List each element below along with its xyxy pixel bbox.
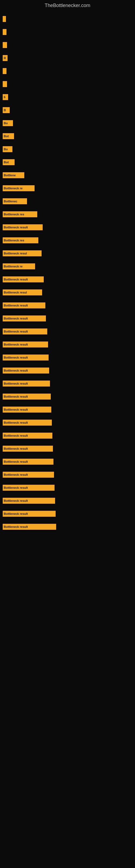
bar-item-8: Bo (3, 120, 13, 126)
bar-label-23: Bottleneck result (4, 317, 28, 320)
bar-row: Bottleneck result (3, 484, 132, 492)
bar-item-13: Bottleneck re (3, 185, 35, 191)
bar-item-33: Bottleneck result (3, 446, 53, 452)
bar-label-13: Bottleneck re (4, 187, 23, 190)
bar-item-5 (3, 81, 7, 87)
bar-label-9: Bot (4, 134, 9, 138)
bar-item-28: Bottleneck result (3, 380, 50, 386)
bar-label-33: Bottleneck result (4, 447, 28, 450)
bar-row: Bottleneck result (3, 315, 132, 322)
bar-label-10: Bo (4, 148, 8, 151)
bar-row (3, 15, 132, 23)
bar-item-34: Bottleneck result (3, 459, 53, 465)
bar-label-12: Bottlene (4, 174, 16, 177)
bar-row: Bottleneck result (3, 510, 132, 518)
bar-row (3, 28, 132, 36)
bar-item-25: Bottleneck result (3, 341, 48, 347)
bar-item-27: Bottleneck result (3, 368, 49, 373)
bar-item-18: Bottleneck resul (3, 250, 42, 256)
bar-item-4 (3, 68, 6, 74)
bar-row: Bo (3, 145, 132, 153)
bar-row: R (3, 54, 132, 62)
bar-item-39: Bottleneck result (3, 524, 56, 530)
bar-item-22: Bottleneck result (3, 303, 45, 308)
bar-row: Bottleneck result (3, 341, 132, 348)
bar-row: Bottlenec (3, 197, 132, 205)
bar-item-6: 6 (3, 94, 8, 100)
bar-label-7: B (4, 108, 6, 112)
bar-label-30: Bottleneck result (4, 408, 28, 411)
bar-row: Bottlene (3, 172, 132, 179)
bar-row: B (3, 106, 132, 114)
bar-item-9: Bot (3, 133, 14, 139)
bar-row: Bottleneck result (3, 367, 132, 374)
bar-label-18: Bottleneck resul (4, 252, 27, 255)
bar-item-26: Bottleneck result (3, 354, 49, 361)
bar-label-27: Bottleneck result (4, 369, 28, 372)
bar-label-21: Bottleneck resul (4, 291, 27, 294)
bar-item-29: Bottleneck result (3, 394, 51, 400)
bars-container: R6BBoBotBoBotBottleneBottleneck reBottle… (0, 10, 135, 539)
bar-item-10: Bo (3, 146, 12, 152)
bar-row: Bottleneck result (3, 471, 132, 478)
bar-row: Bottleneck result (3, 523, 132, 531)
bar-item-32: Bottleneck result (3, 433, 52, 439)
bar-label-26: Bottleneck result (4, 356, 28, 359)
bar-label-6: 6 (4, 95, 5, 99)
bar-item-30: Bottleneck result (3, 407, 51, 412)
bar-row: Bottleneck result (3, 328, 132, 335)
bar-label-14: Bottlenec (4, 199, 17, 203)
bar-label-35: Bottleneck result (4, 473, 28, 476)
bar-row: Bottleneck re (3, 262, 132, 270)
bar-row: Bottleneck result (3, 302, 132, 309)
bar-item-23: Bottleneck result (3, 315, 46, 321)
bar-label-39: Bottleneck result (4, 525, 28, 528)
bar-row: Bot (3, 158, 132, 166)
bar-row: Bottleneck result (3, 432, 132, 439)
bar-item-36: Bottleneck result (3, 485, 54, 491)
bar-label-19: Bottleneck re (4, 265, 23, 268)
bar-row: Bottleneck res (3, 211, 132, 218)
bar-row: Bottleneck result (3, 380, 132, 388)
bar-row: Bottleneck re (3, 184, 132, 192)
bar-label-36: Bottleneck result (4, 486, 28, 489)
bar-label-20: Bottleneck result (4, 278, 28, 281)
bar-row: Bottleneck result (3, 419, 132, 426)
bar-label-22: Bottleneck result (4, 304, 28, 307)
bar-label-25: Bottleneck result (4, 343, 28, 346)
bar-item-21: Bottleneck resul (3, 289, 42, 296)
bar-item-37: Bottleneck result (3, 498, 55, 504)
bar-label-3: R (4, 56, 6, 60)
bar-row: Bottleneck result (3, 458, 132, 465)
bar-item-0 (3, 16, 6, 22)
bar-item-16: Bottleneck result (3, 224, 43, 230)
bar-item-7: B (3, 107, 10, 113)
bar-item-19: Bottleneck re (3, 264, 35, 269)
bar-label-24: Bottleneck result (4, 330, 28, 333)
bar-item-31: Bottleneck result (3, 420, 52, 426)
bar-item-3: R (3, 55, 8, 61)
bar-row: Bottleneck result (3, 393, 132, 400)
bar-item-35: Bottleneck result (3, 472, 54, 478)
bar-label-34: Bottleneck result (4, 460, 28, 463)
bar-item-2 (3, 42, 7, 48)
bar-row (3, 80, 132, 88)
bar-label-37: Bottleneck result (4, 499, 28, 502)
bar-label-16: Bottleneck result (4, 226, 28, 229)
bar-row: Bottleneck result (3, 406, 132, 413)
bar-label-31: Bottleneck result (4, 421, 28, 424)
bar-row: Bottleneck result (3, 354, 132, 361)
bar-label-8: Bo (4, 122, 8, 125)
bar-row: Bottleneck res (3, 237, 132, 244)
bar-item-1 (3, 29, 6, 35)
bar-row: 6 (3, 93, 132, 101)
bar-row: Bottleneck result (3, 223, 132, 231)
bar-row: Bottleneck resul (3, 250, 132, 257)
bar-row: Bot (3, 132, 132, 140)
bar-row (3, 67, 132, 75)
bar-item-11: Bot (3, 159, 14, 165)
bar-item-12: Bottlene (3, 172, 24, 178)
bar-label-28: Bottleneck result (4, 382, 28, 385)
bar-label-15: Bottleneck res (4, 213, 24, 216)
bar-item-15: Bottleneck res (3, 211, 37, 217)
